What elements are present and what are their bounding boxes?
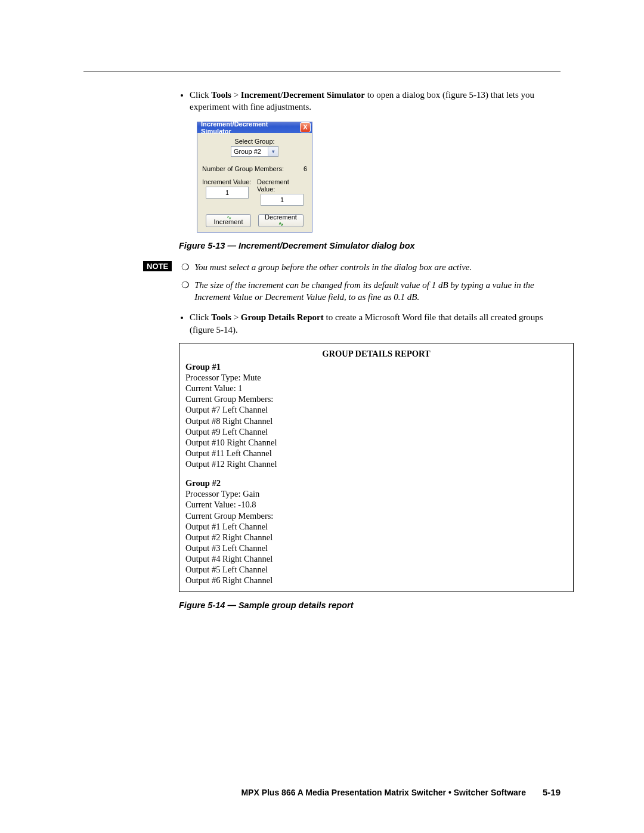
- page-footer: MPX Plus 866 A Media Presentation Matrix…: [83, 787, 561, 797]
- page-number: 5-19: [543, 787, 561, 797]
- bullet-open-simulator: Click Tools > Increment/Decrement Simula…: [190, 89, 561, 113]
- chevron-down-icon: ▾: [268, 147, 278, 156]
- report-line: Output #1 Left Channel: [185, 521, 567, 532]
- note-tag: NOTE: [143, 261, 172, 271]
- note-bullet-icon: ❍: [181, 279, 194, 304]
- report-line: Output #10 Right Channel: [185, 437, 567, 448]
- increment-button[interactable]: ∿ Increment: [206, 214, 251, 227]
- increment-column: Increment Value: 1: [202, 178, 252, 209]
- footer-text: MPX Plus 866 A Media Presentation Matrix…: [241, 788, 526, 797]
- figure-5-13: Increment/Decrement Simulator X Select G…: [197, 122, 561, 233]
- dialog-titlebar: Increment/Decrement Simulator X: [197, 122, 312, 133]
- content-area: Click Tools > Increment/Decrement Simula…: [179, 89, 561, 610]
- increment-decrement-dialog: Increment/Decrement Simulator X Select G…: [197, 122, 312, 233]
- text: >: [231, 90, 241, 100]
- group-1-heading: Group #1: [185, 361, 567, 372]
- report-line: Current Group Members:: [185, 394, 567, 404]
- bullet-list-1: Click Tools > Increment/Decrement Simula…: [179, 89, 561, 113]
- report-line: Output #4 Right Channel: [185, 553, 567, 564]
- waveform-icon: ∿: [278, 221, 283, 227]
- increment-button-label: Increment: [214, 219, 243, 225]
- text: Click: [190, 312, 211, 322]
- select-group-dropdown[interactable]: Group #2 ▾: [231, 146, 278, 157]
- note-bullet-icon: ❍: [181, 261, 194, 273]
- dialog-body: Select Group: Group #2 ▾ Number of Group…: [197, 133, 312, 232]
- text: Click: [190, 90, 211, 100]
- report-line: Processor Type: Mute: [185, 372, 567, 383]
- decrement-button-label: Decrement: [265, 214, 297, 221]
- group-1-block: Group #1 Processor Type: Mute Current Va…: [185, 361, 567, 469]
- menu-group-details-report: Group Details Report: [241, 312, 324, 322]
- figure-5-14-caption: Figure 5-14 — Sample group details repor…: [179, 600, 561, 610]
- report-line: Output #11 Left Channel: [185, 448, 567, 459]
- button-row: ∿ Increment Decrement ∿: [202, 214, 307, 227]
- report-line: Output #12 Right Channel: [185, 459, 567, 469]
- report-line: Output #8 Right Channel: [185, 416, 567, 426]
- decrement-value-label: Decrement Value:: [257, 178, 307, 193]
- top-rule: [83, 72, 561, 72]
- increment-value-input[interactable]: 1: [206, 187, 249, 199]
- report-line: Output #5 Left Channel: [185, 564, 567, 575]
- note-item-1: ❍ You must select a group before the oth…: [181, 261, 561, 273]
- decrement-button[interactable]: Decrement ∿: [258, 214, 304, 227]
- report-line: Output #6 Right Channel: [185, 575, 567, 586]
- text: >: [231, 312, 241, 322]
- decrement-value-input[interactable]: 1: [261, 194, 304, 206]
- menu-tools: Tools: [211, 312, 231, 322]
- figure-5-13-caption: Figure 5-13 — Increment/Decrement Simula…: [179, 241, 561, 250]
- close-icon[interactable]: X: [300, 122, 311, 132]
- report-title: GROUP DETAILS REPORT: [185, 348, 567, 359]
- report-line: Output #9 Left Channel: [185, 426, 567, 437]
- figure-5-14-report: GROUP DETAILS REPORT Group #1 Processor …: [179, 343, 574, 593]
- report-line: Processor Type: Gain: [185, 488, 567, 499]
- bullet-list-2: Click Tools > Group Details Report to cr…: [179, 311, 561, 336]
- members-label: Number of Group Members:: [202, 165, 284, 172]
- report-line: Current Group Members:: [185, 510, 567, 521]
- group-2-block: Group #2 Processor Type: Gain Current Va…: [185, 478, 567, 586]
- select-group-value: Group #2: [234, 148, 261, 155]
- report-line: Current Value: 1: [185, 383, 567, 394]
- members-value: 6: [304, 165, 307, 172]
- group-2-heading: Group #2: [185, 478, 567, 488]
- note-text: You must select a group before the other…: [194, 261, 561, 273]
- menu-tools: Tools: [211, 90, 231, 100]
- note-list: ❍ You must select a group before the oth…: [181, 261, 561, 309]
- select-group-label: Select Group:: [202, 138, 307, 145]
- members-row: Number of Group Members: 6: [202, 165, 307, 172]
- report-line: Output #3 Left Channel: [185, 543, 567, 553]
- bullet-group-details-report: Click Tools > Group Details Report to cr…: [190, 311, 561, 336]
- note-text: The size of the increment can be changed…: [194, 279, 561, 304]
- report-line: Output #7 Left Channel: [185, 404, 567, 415]
- report-line: Current Value: -10.8: [185, 499, 567, 510]
- value-columns: Increment Value: 1 Decrement Value: 1: [202, 178, 307, 209]
- note-block: NOTE ❍ You must select a group before th…: [143, 261, 561, 309]
- page: Click Tools > Increment/Decrement Simula…: [0, 0, 644, 833]
- dialog-title-text: Increment/Decrement Simulator: [201, 120, 300, 135]
- menu-increment-decrement-simulator: Increment/Decrement Simulator: [241, 90, 365, 100]
- decrement-column: Decrement Value: 1: [257, 178, 307, 209]
- note-item-2: ❍ The size of the increment can be chang…: [181, 279, 561, 304]
- report-line: Output #2 Right Channel: [185, 532, 567, 543]
- increment-value-label: Increment Value:: [202, 178, 252, 185]
